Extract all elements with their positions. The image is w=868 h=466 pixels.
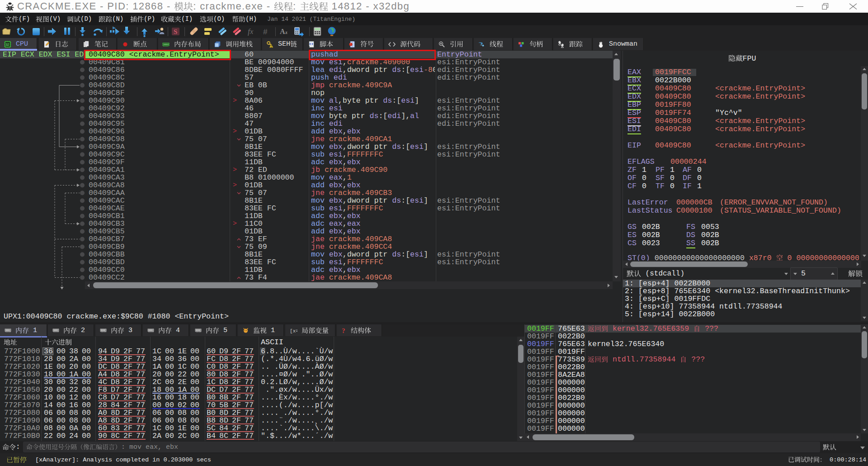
svg-text:#: # [263, 28, 268, 36]
svg-text:z: z [285, 29, 288, 35]
svg-text:32: 32 [5, 43, 9, 47]
svg-text:A: A [280, 28, 285, 35]
svg-text:fx: fx [248, 27, 254, 36]
svg-text:?: ? [342, 327, 345, 334]
svg-text:S: S [174, 28, 177, 35]
svg-text:[x=]: [x=] [290, 328, 297, 333]
svg-text:!: ! [271, 44, 272, 48]
